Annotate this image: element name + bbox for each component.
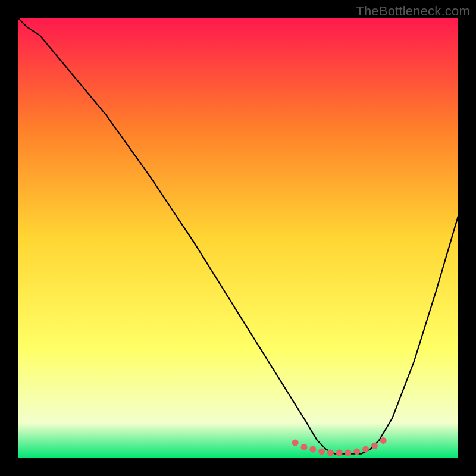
marker-dot xyxy=(309,446,316,453)
gradient-background xyxy=(18,18,458,458)
chart-container: TheBottleneck.com xyxy=(0,0,476,476)
marker-dot xyxy=(318,448,325,455)
watermark-text: TheBottleneck.com xyxy=(356,4,470,19)
marker-dot xyxy=(362,446,369,453)
marker-dot xyxy=(371,443,378,449)
marker-dot xyxy=(345,450,352,456)
chart-svg xyxy=(18,18,458,458)
chart-plot xyxy=(18,18,458,458)
marker-dot xyxy=(327,450,334,456)
marker-dot xyxy=(336,450,343,456)
marker-dot xyxy=(380,437,387,444)
marker-dot xyxy=(292,440,299,446)
marker-dot xyxy=(301,444,308,450)
marker-dot xyxy=(353,448,360,455)
